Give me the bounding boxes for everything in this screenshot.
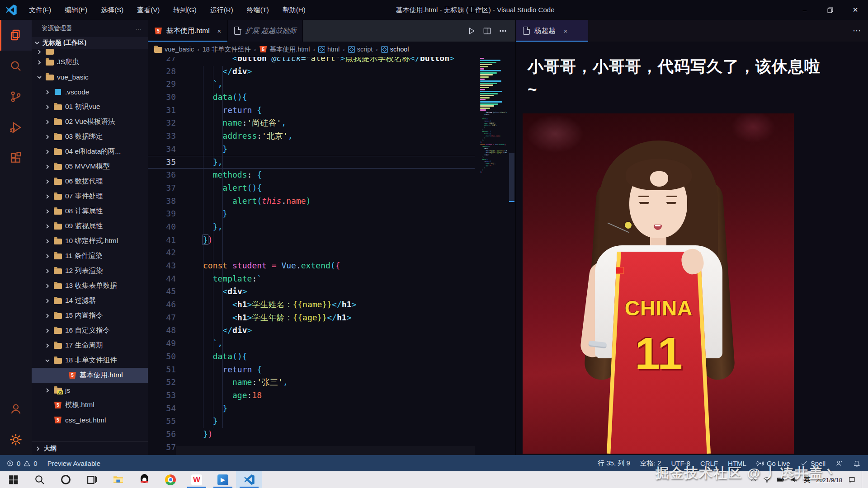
search-icon[interactable]	[0, 51, 32, 81]
code-line-28[interactable]: 28 </div>	[148, 65, 475, 78]
code-line-31[interactable]: 31 return {	[148, 104, 475, 117]
video-player-icon[interactable]: ▶	[210, 471, 236, 488]
menu-v[interactable]: 查看(V)	[132, 4, 165, 17]
tree-item--vscode[interactable]: .vscode	[32, 84, 148, 99]
code-line-42[interactable]: 42	[148, 246, 475, 259]
source-control-icon[interactable]	[0, 81, 32, 112]
tab-yangchaoyue[interactable]: 杨超越 ×	[516, 20, 588, 42]
tree-item-06-数据代理[interactable]: 06 数据代理	[32, 174, 148, 189]
breadcrumb-item-18-非单文件组件[interactable]: 18 非单文件组件	[203, 45, 251, 54]
settings-gear-icon[interactable]	[0, 424, 32, 455]
tree-item-09-监视属性[interactable]: 09 监视属性	[32, 219, 148, 234]
menu-r[interactable]: 运行(R)	[205, 4, 239, 17]
code-line-40[interactable]: 40 },	[148, 221, 475, 234]
chrome-icon[interactable]	[157, 471, 184, 488]
code-line-53[interactable]: 53 age:18	[148, 389, 475, 402]
tree-item-13-收集表单数据[interactable]: 13 收集表单数据	[32, 278, 148, 293]
notifications-bell-icon[interactable]	[853, 460, 861, 467]
show-desktop-strip[interactable]	[862, 471, 864, 488]
tree-item-15-内置指令[interactable]: 15 内置指令	[32, 308, 148, 323]
file-explorer-icon[interactable]	[105, 471, 131, 488]
breadcrumb-item-vue_basic[interactable]: vue_basic	[154, 46, 194, 53]
code-line-48[interactable]: 48 </div>	[148, 324, 475, 337]
start-button[interactable]	[0, 471, 26, 488]
code-line-32[interactable]: 32 name:'尚硅谷',	[148, 117, 475, 130]
code-line-37[interactable]: 37 alert(){	[148, 182, 475, 195]
code-line-34[interactable]: 34 }	[148, 143, 475, 156]
vscode-taskbar-icon[interactable]	[236, 471, 262, 488]
more-actions-icon[interactable]	[499, 27, 507, 35]
task-view-icon[interactable]	[79, 471, 105, 488]
tree-item-18-非单文件组件[interactable]: 18 非单文件组件	[32, 353, 148, 368]
more-actions-icon[interactable]: ⋯	[853, 20, 861, 42]
taskbar-search-icon[interactable]	[26, 471, 52, 488]
code-line-29[interactable]: 29 `,	[148, 78, 475, 91]
breadcrumb-item-script[interactable]: script	[348, 46, 373, 53]
code-line-45[interactable]: 45 <div>	[148, 285, 475, 298]
close-button[interactable]: ✕	[843, 0, 868, 20]
breadcrumb-item-html[interactable]: html	[318, 46, 340, 53]
code-line-35[interactable]: 35 },	[148, 156, 475, 169]
code-line-47[interactable]: 47 <h1>学生年龄：{{age}}</h1>	[148, 311, 475, 324]
restore-button[interactable]	[817, 0, 843, 20]
menu-f[interactable]: 文件(F)	[24, 4, 57, 17]
tree-item[interactable]	[32, 49, 148, 55]
breadcrumb-item-school[interactable]: school	[381, 46, 409, 53]
close-icon[interactable]: ×	[564, 27, 568, 35]
close-icon[interactable]: ×	[217, 27, 222, 35]
code-line-56[interactable]: 56})	[148, 428, 475, 441]
tree-item-14-过滤器[interactable]: 14 过滤器	[32, 293, 148, 308]
outline-section-header[interactable]: 大纲	[32, 441, 148, 455]
tree-item-JS爬虫[interactable]: JS爬虫	[32, 55, 148, 70]
code-editor[interactable]: 27 <button @click="alert">点我提示学校名称</butt…	[148, 57, 515, 455]
code-line-55[interactable]: 55 }	[148, 415, 475, 428]
tree-item-11-条件渲染[interactable]: 11 条件渲染	[32, 249, 148, 263]
code-line-39[interactable]: 39 }	[148, 207, 475, 221]
code-line-43[interactable]: 43const student = Vue.extend({	[148, 259, 475, 272]
run-icon[interactable]	[467, 27, 476, 35]
code-line-38[interactable]: 38 alert(this.name)	[148, 195, 475, 208]
breadcrumb-item-基本使用-html[interactable]: 5基本使用.html	[259, 45, 310, 54]
tree-item-02-Vue模板语法[interactable]: 02 Vue模板语法	[32, 114, 148, 129]
tree-item-基本使用-html[interactable]: 5基本使用.html	[32, 368, 148, 383]
tab-extension-guli[interactable]: 扩展 超越鼓励师	[228, 20, 303, 42]
cortana-icon[interactable]	[52, 471, 79, 488]
tree-item-css_test-html[interactable]: 5css_test.html	[32, 413, 148, 427]
tree-item-模板-html[interactable]: 5模板.html	[32, 398, 148, 413]
tree-item-05-MVVM模型[interactable]: 05 MVVM模型	[32, 159, 148, 174]
tree-item-03-数据绑定[interactable]: 03 数据绑定	[32, 129, 148, 144]
tree-item-16-自定义指令[interactable]: 16 自定义指令	[32, 323, 148, 338]
minimize-button[interactable]: –	[792, 0, 817, 20]
wps-icon[interactable]: W	[184, 471, 210, 488]
run-debug-icon[interactable]	[0, 112, 32, 143]
code-line-54[interactable]: 54 }	[148, 402, 475, 415]
menu-t[interactable]: 终端(T)	[241, 4, 274, 17]
workspace-section-header[interactable]: 无标题 (工作区)	[32, 37, 148, 49]
problems-indicator[interactable]: 0 0	[6, 460, 38, 467]
menu-g[interactable]: 转到(G)	[168, 4, 202, 17]
code-line-51[interactable]: 51 return {	[148, 363, 475, 376]
vertical-scrollbar[interactable]	[508, 57, 515, 455]
tree-item-12-列表渲染[interactable]: 12 列表渲染	[32, 263, 148, 278]
code-line-44[interactable]: 44 template:`	[148, 272, 475, 286]
notification-center-icon[interactable]	[848, 476, 856, 483]
code-line-41[interactable]: 41})	[148, 234, 475, 247]
code-line-36[interactable]: 36 methods: {	[148, 169, 475, 182]
code-line-50[interactable]: 50 data(){	[148, 350, 475, 363]
code-line-46[interactable]: 46 <h1>学生姓名：{{name}}</h1>	[148, 298, 475, 311]
menu-e[interactable]: 编辑(E)	[59, 4, 93, 17]
minimap[interactable]: <button @click="alert">点我提示学校名称</button>…	[480, 57, 507, 247]
menu-h[interactable]: 帮助(H)	[277, 4, 311, 17]
code-line-49[interactable]: 49 `,	[148, 337, 475, 350]
split-editor-icon[interactable]	[483, 27, 491, 35]
cursor-position[interactable]: 行 35, 列 9	[598, 459, 630, 468]
tree-item-10-绑定样式-html[interactable]: 10 绑定样式.html	[32, 234, 148, 249]
tree-item-js[interactable]: JSjs	[32, 383, 148, 398]
qq-icon[interactable]	[131, 471, 157, 488]
tree-item-vue_basic[interactable]: vue_basic	[32, 70, 148, 84]
code-line-33[interactable]: 33 address:'北京',	[148, 130, 475, 143]
tree-item-07-事件处理[interactable]: 07 事件处理	[32, 189, 148, 204]
tree-item-17-生命周期[interactable]: 17 生命周期	[32, 338, 148, 353]
code-line-52[interactable]: 52 name:'张三',	[148, 376, 475, 389]
explorer-icon[interactable]	[0, 20, 32, 51]
